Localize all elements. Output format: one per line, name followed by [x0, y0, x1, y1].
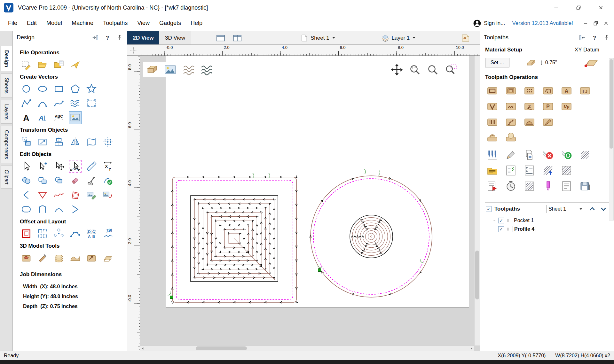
extrude-component-button[interactable]	[85, 252, 98, 264]
toolpath-list-item[interactable]: ✓Pocket 1	[493, 216, 609, 225]
measure-tool-button[interactable]	[85, 160, 98, 173]
save-toolpaths-button[interactable]	[578, 180, 592, 193]
draw-arc-button[interactable]	[36, 97, 49, 110]
mini-minimize-icon[interactable]	[583, 20, 588, 26]
save-visible-toolpath-button[interactable]	[485, 180, 500, 193]
draw-polygon-button[interactable]	[69, 82, 82, 95]
single-pane-icon[interactable]	[214, 33, 227, 43]
fit-curves-button[interactable]	[52, 189, 65, 201]
add-component-button[interactable]	[20, 252, 33, 264]
cut-vectors-button[interactable]	[85, 174, 98, 187]
menu-file[interactable]: File	[3, 18, 22, 28]
layer-selector[interactable]: Layer 1	[381, 31, 416, 44]
merge-toolpaths-button[interactable]	[541, 164, 555, 177]
menu-model[interactable]: Model	[42, 18, 67, 28]
move-toolpath-down-icon[interactable]	[599, 205, 608, 213]
menu-machine[interactable]: Machine	[67, 18, 98, 28]
sheet-selector[interactable]: Sheet 1	[300, 31, 336, 44]
tool-database-button[interactable]	[485, 148, 500, 161]
pocket-toolpath-button[interactable]	[504, 84, 518, 97]
minimize-icon[interactable]	[553, 4, 560, 11]
pin-icon[interactable]	[603, 34, 610, 41]
toolpath-list-item[interactable]: ✓Profile 4	[493, 225, 609, 233]
draw-ellipse-button[interactable]	[36, 82, 49, 95]
align-objects-button[interactable]	[52, 136, 65, 148]
toolpath-checkbox[interactable]: ✓	[498, 226, 504, 232]
estimate-time-button[interactable]	[504, 180, 518, 193]
mini-close-icon[interactable]	[603, 20, 609, 26]
ruler-origin-button[interactable]	[127, 45, 140, 55]
toolpath-summary-button[interactable]	[522, 164, 537, 177]
weld-vectors-button[interactable]	[20, 174, 33, 187]
offset-vectors-button[interactable]	[20, 227, 33, 240]
toggle-toolpath-solid-button[interactable]	[200, 63, 212, 76]
draw-rectangle-button[interactable]	[52, 82, 65, 95]
edit-picture-button[interactable]	[85, 189, 98, 201]
pan-view-button[interactable]	[390, 63, 403, 76]
sign-in-link[interactable]: Sign in...	[484, 20, 505, 27]
panel-scrollbar[interactable]	[609, 58, 614, 221]
menu-toolpaths[interactable]: Toolpaths	[98, 18, 132, 28]
dome-rough-button[interactable]	[485, 131, 500, 144]
pin-icon[interactable]	[116, 34, 123, 41]
menu-view[interactable]: View	[132, 18, 154, 28]
toolpath-checkbox[interactable]: ✓	[498, 218, 504, 223]
job-setup-button[interactable]	[20, 58, 33, 71]
side-tab-clipart[interactable]: Clipart	[1, 166, 12, 189]
toolpath-notes-button[interactable]	[559, 180, 574, 193]
texture-toolpath-button[interactable]: Z	[522, 99, 537, 112]
zoom-selected-button[interactable]	[408, 63, 421, 76]
draw-text-button[interactable]: A	[20, 111, 33, 124]
duplicate-toolpath-button[interactable]	[522, 148, 537, 161]
extend-vector-button[interactable]	[20, 189, 33, 201]
menu-help[interactable]: Help	[186, 18, 207, 28]
rotate-objects-button[interactable]	[101, 136, 114, 148]
menu-gadgets[interactable]: Gadgets	[154, 18, 186, 28]
draw-text-block-button[interactable]: A	[36, 111, 49, 124]
version-update-link[interactable]: Version 12.013 Available!	[512, 20, 573, 27]
text-on-curve-button[interactable]: ABC	[52, 111, 65, 124]
toolpaths-master-checkbox[interactable]: ✓	[486, 206, 492, 212]
scroll-left-icon[interactable]	[140, 346, 146, 351]
boolean-merge-button[interactable]	[52, 174, 65, 187]
toggle-toolpath-drawing-button[interactable]	[182, 63, 194, 76]
vcarve-letters-button[interactable]: Vy	[559, 99, 574, 112]
edit-toolpath-button[interactable]	[504, 148, 518, 161]
profile-toolpath-button[interactable]	[485, 84, 500, 97]
dock-panel-left-icon[interactable]	[579, 34, 586, 41]
export-vectors-button[interactable]	[69, 58, 82, 71]
circular-copy-button[interactable]	[52, 227, 65, 240]
mini-restore-icon[interactable]	[593, 20, 599, 26]
material-set-button[interactable]: Set ...	[485, 58, 509, 67]
restore-icon[interactable]	[575, 4, 582, 11]
join-vectors-button[interactable]	[101, 174, 114, 187]
split-pane-icon[interactable]	[231, 33, 244, 43]
xy-dimensions-button[interactable]: XY	[101, 160, 114, 173]
menu-edit[interactable]: Edit	[22, 18, 42, 28]
select-tool-button[interactable]	[20, 160, 33, 173]
nesting-layout-button[interactable]: Zig	[101, 227, 114, 240]
canvas-horizontal-scrollbar[interactable]	[140, 345, 474, 351]
set-size-button[interactable]	[36, 136, 49, 148]
nest-parts-button[interactable]: DCAB	[85, 227, 98, 240]
draw-curve-button[interactable]	[52, 97, 65, 110]
toolpath-template-button[interactable]	[485, 164, 500, 177]
user-avatar-icon[interactable]	[473, 19, 481, 27]
draw-circle-button[interactable]	[20, 82, 33, 95]
import-vectors-button[interactable]	[52, 58, 65, 71]
dock-panel-icon[interactable]	[92, 34, 99, 41]
smooth-component-button[interactable]	[69, 252, 82, 264]
help-icon[interactable]: ?	[104, 34, 111, 41]
zoom-box-button[interactable]	[444, 63, 457, 76]
eraser-button[interactable]	[69, 174, 82, 187]
open-file-button[interactable]	[36, 58, 49, 71]
split-component-button[interactable]	[36, 252, 49, 264]
preview-all-button[interactable]	[559, 164, 574, 177]
side-tab-design[interactable]: Design	[1, 46, 12, 71]
canvas-vertical-scrollbar[interactable]	[474, 56, 480, 345]
chevron-vector-button[interactable]	[69, 203, 82, 216]
toolpath-sheet-dropdown[interactable]: Sheet 1	[546, 205, 585, 213]
drawing-canvas[interactable]	[140, 56, 480, 351]
move-toolpath-up-icon[interactable]	[588, 205, 596, 213]
side-tab-layers[interactable]: Layers	[1, 100, 12, 124]
